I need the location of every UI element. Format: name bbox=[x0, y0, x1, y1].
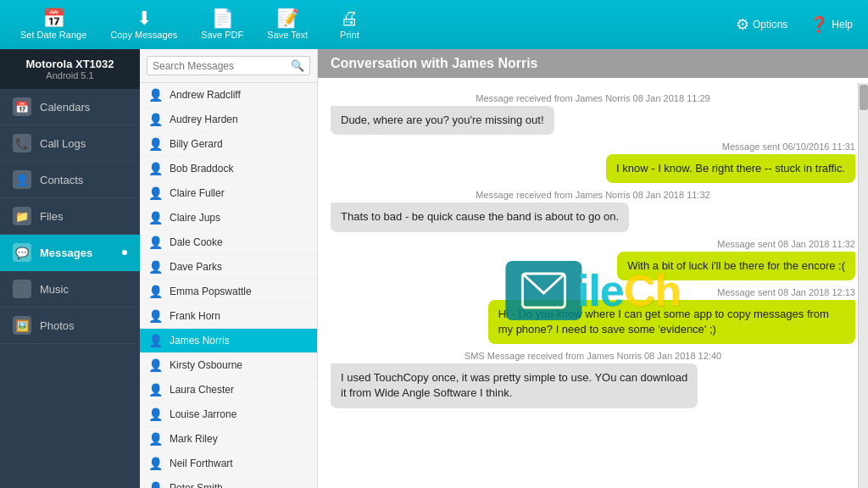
person-icon: 👤 bbox=[148, 358, 163, 372]
message-bubble-wrap: Thats to bad - be quick cause the band i… bbox=[331, 202, 855, 231]
list-item[interactable]: 👤 Louise Jarrone bbox=[140, 402, 317, 427]
person-icon: 👤 bbox=[148, 481, 163, 488]
print-button[interactable]: 🖨 Print bbox=[320, 6, 379, 43]
person-icon: 👤 bbox=[148, 186, 163, 200]
print-icon: 🖨 bbox=[340, 9, 359, 28]
contact-panel: 🔍 👤 Andrew Radcliff 👤 Audrey Harden 👤 Bi… bbox=[140, 49, 318, 488]
contact-name: Frank Horn bbox=[170, 310, 220, 322]
person-icon: 👤 bbox=[148, 383, 163, 396]
message-bubble-wrap: I know - I know. Be right there -- stuck… bbox=[331, 154, 855, 183]
list-item[interactable]: 👤 Kirsty Osbourne bbox=[140, 353, 317, 378]
contact-name: Audrey Harden bbox=[170, 114, 238, 125]
list-item[interactable]: 👤 Dale Cooke bbox=[140, 230, 317, 255]
save-pdf-button[interactable]: 📄 Save PDF bbox=[189, 6, 255, 43]
contact-list: 👤 Andrew Radcliff 👤 Audrey Harden 👤 Bill… bbox=[140, 83, 317, 488]
contact-name: Billy Gerard bbox=[170, 138, 223, 150]
list-item[interactable]: 👤 Claire Fuller bbox=[140, 181, 317, 206]
message-bubble-wrap: With a bit of luck i'll be there for the… bbox=[331, 252, 855, 280]
contact-name: Neil Forthwart bbox=[170, 458, 233, 469]
person-icon: 👤 bbox=[148, 88, 163, 102]
list-item[interactable]: 👤 Laura Chester bbox=[140, 378, 317, 402]
sidebar-item-contacts[interactable]: 👤 Contacts bbox=[0, 162, 140, 198]
nav-list: 📅 Calendars 📞 Call Logs 👤 Contacts 📁 Fil… bbox=[0, 89, 140, 344]
message-meta: SMS Message received from James Norris 0… bbox=[331, 351, 855, 361]
contacts-icon: 👤 bbox=[13, 170, 31, 189]
sidebar-item-music[interactable]: 🎵 Music bbox=[0, 271, 140, 308]
message-meta: Message sent 08 Jan 2018 11:32 bbox=[331, 239, 855, 249]
contact-name: Dave Parks bbox=[170, 261, 222, 273]
message-bubble: Hi - Do you know where I can get some ap… bbox=[488, 300, 855, 344]
list-item[interactable]: 👤 Andrew Radcliff bbox=[140, 83, 317, 108]
message-bubble-wrap: Hi - Do you know where I can get some ap… bbox=[331, 300, 855, 344]
message-meta: Message sent 08 Jan 2018 12:13 bbox=[331, 287, 855, 297]
person-icon: 👤 bbox=[148, 432, 163, 446]
message-bubble: With a bit of luck i'll be there for the… bbox=[617, 252, 855, 280]
search-input[interactable] bbox=[153, 60, 291, 72]
set-date-range-button[interactable]: 📅 Set Date Range bbox=[8, 6, 98, 43]
message-bubble: Dude, where are you? you're missing out! bbox=[331, 106, 554, 135]
sidebar-item-label: Photos bbox=[40, 319, 74, 332]
list-item[interactable]: 👤 Claire Jups bbox=[140, 206, 317, 230]
contact-name: James Norris bbox=[170, 335, 230, 347]
contact-name: Bob Braddock bbox=[170, 163, 233, 175]
contact-name: Claire Fuller bbox=[170, 187, 225, 199]
scroll-indicator bbox=[858, 83, 868, 488]
list-item[interactable]: 👤 Peter Smith bbox=[140, 476, 317, 488]
sidebar-item-files[interactable]: 📁 Files bbox=[0, 198, 140, 235]
message-meta: Message sent 06/10/2016 11:31 bbox=[331, 141, 855, 152]
search-box: 🔍 bbox=[140, 49, 317, 83]
message-meta: Message received from James Norris 08 Ja… bbox=[331, 93, 855, 103]
save-text-button[interactable]: 📝 Save Text bbox=[255, 6, 320, 43]
message-bubble-wrap: I used TouchCopy once, it was pretty sim… bbox=[331, 363, 855, 408]
device-info: Motorola XT1032 Android 5.1 bbox=[0, 49, 140, 89]
conversation-scroll[interactable]: Message received from James Norris 08 Ja… bbox=[318, 78, 868, 488]
device-os: Android 5.1 bbox=[10, 70, 130, 80]
contact-name: Dale Cooke bbox=[170, 236, 223, 248]
conversation-header: Conversation with James Norris bbox=[318, 49, 868, 78]
sidebar-item-calendars[interactable]: 📅 Calendars bbox=[0, 89, 140, 125]
contact-name: Emma Popswattle bbox=[170, 286, 252, 297]
person-icon: 👤 bbox=[148, 162, 163, 175]
contact-name: Andrew Radcliff bbox=[170, 89, 241, 101]
scroll-thumb[interactable] bbox=[860, 85, 868, 110]
list-item[interactable]: 👤 Frank Horn bbox=[140, 304, 317, 329]
main-layout: Motorola XT1032 Android 5.1 📅 Calendars … bbox=[0, 49, 868, 488]
sidebar-item-label: Files bbox=[40, 210, 63, 223]
toolbar-right: ⚙ Options ❓ Help bbox=[729, 12, 860, 37]
active-dot bbox=[122, 250, 127, 255]
list-item[interactable]: 👤 Dave Parks bbox=[140, 255, 317, 280]
options-button[interactable]: ⚙ Options bbox=[729, 12, 794, 37]
message-bubble-wrap: Dude, where are you? you're missing out! bbox=[331, 106, 855, 135]
call-logs-icon: 📞 bbox=[13, 134, 31, 152]
sidebar-item-messages[interactable]: 💬 Messages bbox=[0, 235, 140, 271]
copy-messages-button[interactable]: ⬇ Copy Messages bbox=[98, 6, 189, 43]
person-icon: 👤 bbox=[148, 309, 163, 323]
list-item[interactable]: 👤 Audrey Harden bbox=[140, 108, 317, 132]
sidebar-item-call-logs[interactable]: 📞 Call Logs bbox=[0, 125, 140, 162]
list-item[interactable]: 👤 Mark Riley bbox=[140, 427, 317, 452]
person-icon: 👤 bbox=[148, 408, 163, 421]
list-item[interactable]: 👤 Bob Braddock bbox=[140, 157, 317, 181]
help-icon: ❓ bbox=[810, 15, 828, 34]
pdf-icon: 📄 bbox=[211, 9, 234, 28]
person-icon: 👤 bbox=[148, 137, 163, 151]
person-icon: 👤 bbox=[148, 285, 163, 298]
help-button[interactable]: ❓ Help bbox=[803, 12, 860, 37]
music-icon: 🎵 bbox=[13, 280, 31, 298]
text-icon: 📝 bbox=[276, 9, 299, 28]
contact-name: Mark Riley bbox=[170, 433, 218, 445]
person-icon: 👤 bbox=[148, 236, 163, 249]
sidebar-item-photos[interactable]: 🖼️ Photos bbox=[0, 308, 140, 344]
list-item[interactable]: 👤 Billy Gerard bbox=[140, 132, 317, 157]
sidebar-item-label: Calendars bbox=[40, 101, 90, 114]
contact-name: Kirsty Osbourne bbox=[170, 359, 242, 371]
list-item[interactable]: 👤 James Norris bbox=[140, 329, 317, 353]
list-item[interactable]: 👤 Emma Popswattle bbox=[140, 280, 317, 304]
person-icon: 👤 bbox=[148, 457, 163, 470]
sidebar: Motorola XT1032 Android 5.1 📅 Calendars … bbox=[0, 49, 140, 488]
calendars-icon: 📅 bbox=[13, 97, 31, 116]
conversation-title: Conversation with James Norris bbox=[331, 56, 538, 71]
sidebar-item-label: Contacts bbox=[40, 174, 83, 186]
list-item[interactable]: 👤 Neil Forthwart bbox=[140, 452, 317, 476]
gear-icon: ⚙ bbox=[736, 15, 749, 34]
